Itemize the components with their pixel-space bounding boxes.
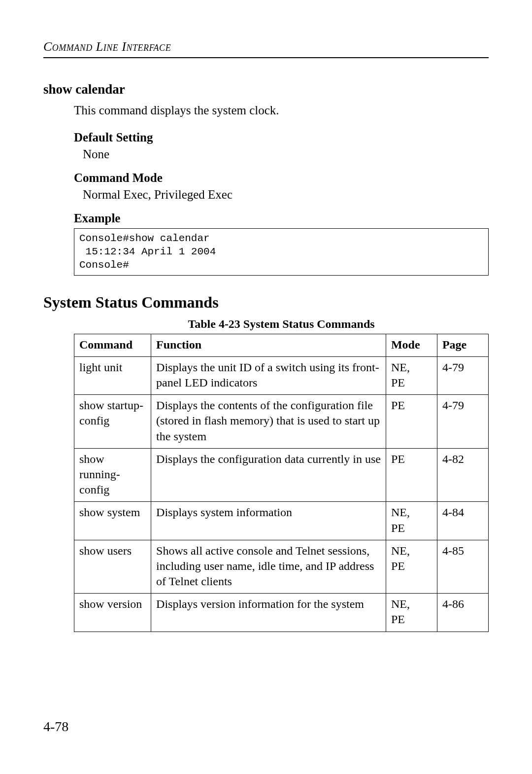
cell-command: light unit bbox=[74, 356, 151, 394]
cell-command: show running-config bbox=[74, 448, 151, 502]
cell-mode: PE bbox=[386, 448, 437, 502]
col-header-mode: Mode bbox=[386, 334, 437, 356]
cell-mode: NE, PE bbox=[386, 356, 437, 394]
header-rule bbox=[43, 57, 489, 58]
cell-page: 4-79 bbox=[437, 395, 488, 449]
table-row: show system Displays system information … bbox=[74, 502, 489, 540]
table-row: show running-config Displays the configu… bbox=[74, 448, 489, 502]
cell-function: Displays version information for the sys… bbox=[151, 594, 386, 632]
command-heading-show-calendar: show calendar bbox=[43, 82, 489, 97]
cell-mode: NE, PE bbox=[386, 502, 437, 540]
cell-function: Displays system information bbox=[151, 502, 386, 540]
cell-function: Shows all active console and Telnet sess… bbox=[151, 540, 386, 594]
running-header: Command Line Interface bbox=[43, 39, 489, 54]
system-status-table: Command Function Mode Page light unit Di… bbox=[74, 334, 489, 632]
cell-mode: NE, PE bbox=[386, 540, 437, 594]
default-setting-value: None bbox=[83, 147, 489, 161]
example-code: Console#show calendar 15:12:34 April 1 2… bbox=[74, 228, 489, 276]
cell-function: Displays the contents of the configurati… bbox=[151, 395, 386, 449]
cell-function: Displays the unit ID of a switch using i… bbox=[151, 356, 386, 394]
table-row: light unit Displays the unit ID of a swi… bbox=[74, 356, 489, 394]
command-mode-value: Normal Exec, Privileged Exec bbox=[83, 188, 489, 202]
command-mode-label: Command Mode bbox=[74, 171, 489, 185]
cell-page: 4-84 bbox=[437, 502, 488, 540]
table-row: show startup-config Displays the content… bbox=[74, 395, 489, 449]
col-header-command: Command bbox=[74, 334, 151, 356]
col-header-function: Function bbox=[151, 334, 386, 356]
table-row: show users Shows all active console and … bbox=[74, 540, 489, 594]
cell-mode: PE bbox=[386, 395, 437, 449]
cell-function: Displays the configuration data currentl… bbox=[151, 448, 386, 502]
cell-page: 4-79 bbox=[437, 356, 488, 394]
cell-page: 4-82 bbox=[437, 448, 488, 502]
table-header-row: Command Function Mode Page bbox=[74, 334, 489, 356]
cell-command: show users bbox=[74, 540, 151, 594]
col-header-page: Page bbox=[437, 334, 488, 356]
example-label: Example bbox=[74, 211, 489, 225]
cell-mode: NE, PE bbox=[386, 594, 437, 632]
default-setting-label: Default Setting bbox=[74, 131, 489, 144]
cell-command: show version bbox=[74, 594, 151, 632]
section-heading-system-status: System Status Commands bbox=[43, 293, 489, 312]
table-caption: Table 4-23 System Status Commands bbox=[74, 317, 489, 331]
page: Command Line Interface show calendar Thi… bbox=[0, 0, 532, 774]
cell-page: 4-86 bbox=[437, 594, 488, 632]
cell-command: show startup-config bbox=[74, 395, 151, 449]
command-intro: This command displays the system clock. bbox=[74, 102, 489, 119]
cell-command: show system bbox=[74, 502, 151, 540]
cell-page: 4-85 bbox=[437, 540, 488, 594]
page-number: 4-78 bbox=[43, 719, 68, 735]
table-row: show version Displays version informatio… bbox=[74, 594, 489, 632]
